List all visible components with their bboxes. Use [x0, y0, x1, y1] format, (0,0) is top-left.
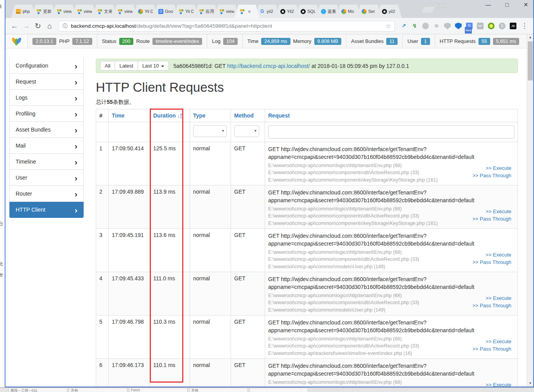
sidebar-item[interactable]: Mail › [9, 138, 84, 154]
user-badge: 1 [421, 38, 430, 45]
url-bar[interactable]: ⓘ backend.cmcp-api.localhost /debug/defa… [59, 21, 395, 32]
debug-user-block[interactable]: User 1 [403, 34, 434, 48]
browser-tab[interactable]: × [235, 5, 260, 18]
sidebar-item[interactable]: Logs › [9, 90, 84, 106]
pass-through-link[interactable]: >> Pass Through [473, 346, 512, 353]
bookmark-star-icon[interactable]: ☆ [385, 22, 391, 30]
request-summary-bar: All Latest Last 10 5a60645986f1d: GET ht… [96, 59, 518, 73]
sidebar-item[interactable]: Asset Bundles › [9, 122, 84, 138]
execute-link[interactable]: >> Execute [473, 165, 512, 172]
type-filter-select[interactable] [193, 125, 227, 137]
col-header-request[interactable]: Request [265, 109, 518, 122]
tab-label: 应用 [206, 9, 214, 14]
col-header-method[interactable]: Method [231, 109, 265, 122]
forward-icon[interactable]: → [20, 22, 32, 30]
execute-link[interactable]: >> Execute [473, 208, 512, 216]
scroll-up-icon[interactable]: ▲ [527, 34, 534, 41]
scrollbar-thumb[interactable] [528, 41, 533, 80]
execute-link[interactable]: >> Execute [473, 251, 512, 259]
sidebar-item[interactable]: User › [9, 170, 84, 186]
extension-icon[interactable]: SNew [466, 23, 473, 29]
scroll-down-icon[interactable]: ▼ [527, 380, 534, 387]
taskbar-button[interactable]: 开例 [69, 388, 127, 392]
debug-assets-block[interactable]: Asset Bundles 11 [346, 34, 402, 48]
col-header-time[interactable]: Time [109, 109, 150, 122]
debug-httpclient-block[interactable]: HTTP Requests 55 5,651 ms [435, 34, 524, 48]
maximize-button[interactable]: □ [503, 2, 511, 8]
debug-request-block[interactable]: Status 200 Route timeline-event/index [97, 34, 207, 48]
sidebar-item-label: Router [16, 191, 32, 197]
browser-window: wangqiang — □ ✕ php 更新 [5, 0, 534, 387]
close-button[interactable]: ✕ [521, 2, 530, 8]
taskbar-button[interactable]: 开例 [189, 388, 248, 392]
chrome-menu-icon[interactable]: ⋮ [519, 22, 530, 30]
debug-log-block[interactable]: Log 104 [207, 34, 242, 48]
latest-button[interactable]: Latest [115, 61, 138, 71]
taskbar-button[interactable]: Funct [129, 388, 188, 392]
extension-icon[interactable]: RP [477, 23, 484, 29]
debug-version-block[interactable]: 2.0.13.1 PHP 7.1.12 [28, 34, 97, 48]
extension-icon[interactable]: JB [510, 23, 516, 29]
caret-down-icon [161, 66, 164, 67]
tab-close-icon[interactable]: × [248, 9, 251, 14]
extension-icon[interactable]: S [499, 23, 505, 29]
row-type: normal [190, 272, 231, 315]
sidebar-item-label: Timeline [16, 159, 36, 165]
extension-icon[interactable]: ≋ [433, 23, 440, 29]
request-filter-input[interactable] [268, 125, 514, 139]
request-summary-text: 5a60645986f1d: GET http://backend.cmcp-a… [174, 63, 409, 69]
sidebar-item[interactable]: Configuration › [9, 58, 84, 74]
minimize-button[interactable]: — [484, 2, 493, 8]
sidebar-item[interactable]: Router › [9, 186, 84, 202]
extension-icon[interactable] [444, 23, 451, 29]
home-icon[interactable]: ⌂ [44, 22, 56, 30]
sidebar-item-label: Request [16, 78, 36, 85]
pass-through-link[interactable]: >> Pass Through [473, 302, 512, 310]
col-header-duration[interactable]: Duration↓91 [150, 109, 190, 122]
pass-through-link[interactable]: >> Pass Through [473, 216, 512, 223]
request-url: GET http://wjdev.chinamcloud.com:8600/in… [268, 319, 514, 335]
extension-icon[interactable] [455, 23, 462, 29]
all-button[interactable]: All [100, 61, 115, 71]
request-table-row: 6 17:09:46.173 110.1 ms normal GET GET h… [96, 359, 518, 387]
background-text-fragment: 比 [0, 261, 3, 267]
pass-through-link[interactable]: >> Pass Through [473, 259, 512, 266]
row-time: 17:09:46.798 [109, 315, 150, 359]
browser-tab[interactable]: yii2 [377, 5, 402, 18]
tab-favicon-icon [36, 9, 41, 14]
row-method: GET [231, 185, 265, 229]
http-requests-table: # Time Duration↓91 Type Method Request [96, 109, 518, 387]
yii-logo[interactable] [5, 34, 27, 48]
row-method: GET [231, 359, 265, 387]
extension-icon[interactable] [488, 23, 495, 29]
sidebar-item[interactable]: Request › [9, 74, 84, 90]
page-info-icon[interactable]: ⓘ [63, 23, 68, 30]
pass-through-link[interactable]: >> Pass Through [473, 172, 512, 180]
sidebar-item[interactable]: Profiling › [9, 106, 84, 122]
extension-icon[interactable] [422, 23, 429, 29]
taskbar-button[interactable]: 图报—工程—011 [9, 388, 67, 392]
col-header-type[interactable]: Type [190, 109, 231, 122]
method-filter-select[interactable] [234, 125, 259, 137]
taskbar-button[interactable] [249, 388, 308, 392]
row-time: 17:09:50.414 [109, 142, 150, 185]
request-url: GET http://wjdev.chinamcloud.com:8600/in… [268, 232, 514, 248]
request-meta: at 2018-01-18 05:09:45 pm by 127.0.0.1 [312, 63, 409, 69]
extension-icon[interactable]: ↗ [400, 23, 407, 29]
extension-icon[interactable]: ↯ [411, 23, 418, 29]
debug-time-block[interactable]: Time 24,859 ms Memory 9.808 MB [243, 34, 346, 48]
execute-link[interactable]: >> Execute [473, 338, 512, 346]
vertical-scrollbar[interactable]: ▲ ▼ [527, 34, 533, 387]
tab-favicon-icon [341, 9, 346, 14]
last10-dropdown-button[interactable]: Last 10 [138, 61, 169, 71]
back-icon[interactable]: ← [9, 22, 20, 30]
execute-link[interactable]: >> Execute [473, 381, 512, 387]
sidebar-item-label: Logs [16, 94, 27, 101]
chevron-right-icon: › [75, 174, 77, 182]
sidebar-item[interactable]: HTTP Client › [9, 202, 84, 218]
reload-icon[interactable]: ↻ [32, 21, 44, 30]
execute-link[interactable]: >> Execute [473, 295, 512, 302]
row-duration: 110.1 ms [150, 359, 190, 387]
request-url-link[interactable]: http://backend.cmcp-api.localhost/ [227, 63, 310, 69]
sidebar-item[interactable]: Timeline › [9, 154, 84, 170]
